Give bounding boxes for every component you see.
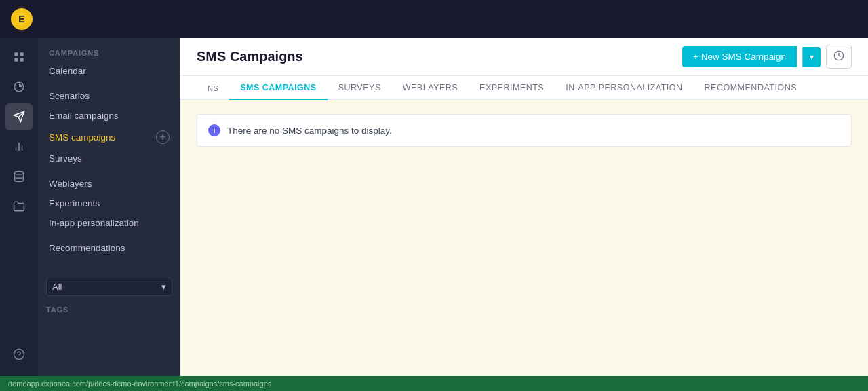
main-layout: CAMPAIGNS Calendar Scenarios Email campa… bbox=[0, 38, 868, 376]
tags-area bbox=[46, 316, 172, 371]
sidebar-item-scenarios[interactable]: Scenarios bbox=[38, 86, 180, 106]
sidebar-item-sms-campaigns[interactable]: SMS campaigns + bbox=[38, 126, 180, 149]
tab-surveys[interactable]: SURVEYS bbox=[328, 76, 392, 100]
sidebar-icon-help[interactable] bbox=[5, 341, 33, 368]
tab-ns[interactable]: NS bbox=[197, 77, 229, 100]
content-area: SMS Campaigns + New SMS Campaign ▾ NS SM… bbox=[180, 38, 868, 376]
tab-experiments[interactable]: EXPERIMENTS bbox=[469, 76, 555, 100]
svg-rect-3 bbox=[20, 58, 24, 62]
sidebar-item-email-campaigns[interactable]: Email campaigns bbox=[38, 106, 180, 126]
filter-dropdown[interactable]: All ▾ bbox=[46, 278, 172, 296]
add-sms-campaign-icon[interactable]: + bbox=[156, 130, 170, 144]
nav-sidebar: CAMPAIGNS Calendar Scenarios Email campa… bbox=[38, 38, 180, 376]
page-title: SMS Campaigns bbox=[197, 49, 303, 64]
info-icon: i bbox=[208, 124, 220, 136]
sidebar-icon-folder[interactable] bbox=[5, 193, 33, 220]
sidebar-icon-campaigns[interactable] bbox=[5, 103, 33, 130]
svg-rect-1 bbox=[20, 52, 24, 56]
status-url: demoapp.exponea.com/p/docs-demo-environm… bbox=[8, 379, 271, 388]
sidebar-item-in-app[interactable]: In-app personalization bbox=[38, 213, 180, 233]
history-button[interactable] bbox=[826, 45, 852, 69]
sidebar-item-calendar[interactable]: Calendar bbox=[38, 61, 180, 81]
app-logo[interactable]: E bbox=[11, 8, 33, 30]
status-bar: demoapp.exponea.com/p/docs-demo-environm… bbox=[0, 376, 868, 391]
tags-label: TAGS bbox=[46, 301, 172, 316]
page-header: SMS Campaigns + New SMS Campaign ▾ bbox=[180, 38, 868, 76]
campaigns-section-label: CAMPAIGNS bbox=[38, 38, 180, 61]
empty-state-message: There are no SMS campaigns to display. bbox=[227, 126, 392, 136]
sidebar-icon-reports[interactable] bbox=[5, 133, 33, 160]
empty-state-banner: i There are no SMS campaigns to display. bbox=[197, 114, 852, 147]
dropdown-chevron-icon: ▾ bbox=[161, 282, 166, 292]
sidebar-item-recommendations[interactable]: Recommendations bbox=[38, 238, 180, 258]
main-content-area: i There are no SMS campaigns to display. bbox=[180, 100, 868, 376]
sidebar-item-surveys[interactable]: Surveys bbox=[38, 149, 180, 168]
sidebar-icon-dashboard[interactable] bbox=[5, 43, 33, 71]
new-sms-campaign-button[interactable]: + New SMS Campaign bbox=[682, 46, 797, 67]
tab-sms-campaigns[interactable]: SMS CAMPAIGNS bbox=[229, 76, 328, 100]
svg-rect-0 bbox=[14, 52, 18, 56]
tab-recommendations[interactable]: RECOMMENDATIONS bbox=[694, 76, 808, 100]
sidebar-icon-analytics[interactable] bbox=[5, 73, 33, 100]
sidebar-icon-database[interactable] bbox=[5, 163, 33, 190]
tab-weblayers[interactable]: WEBLAYERS bbox=[392, 76, 469, 100]
tabs-bar: NS SMS CAMPAIGNS SURVEYS WEBLAYERS EXPER… bbox=[180, 76, 868, 100]
new-sms-campaign-dropdown-button[interactable]: ▾ bbox=[802, 47, 821, 67]
svg-point-8 bbox=[14, 172, 24, 175]
header-actions: + New SMS Campaign ▾ bbox=[682, 45, 852, 69]
sidebar-item-experiments[interactable]: Experiments bbox=[38, 193, 180, 213]
svg-rect-2 bbox=[14, 58, 18, 62]
sidebar-item-weblayers[interactable]: Weblayers bbox=[38, 174, 180, 193]
tab-in-app-personalization[interactable]: IN-APP PERSONALIZATION bbox=[555, 76, 693, 100]
top-bar: E bbox=[0, 0, 868, 38]
sidebar-filter-section: All ▾ TAGS bbox=[38, 272, 180, 376]
icon-sidebar bbox=[0, 38, 38, 376]
